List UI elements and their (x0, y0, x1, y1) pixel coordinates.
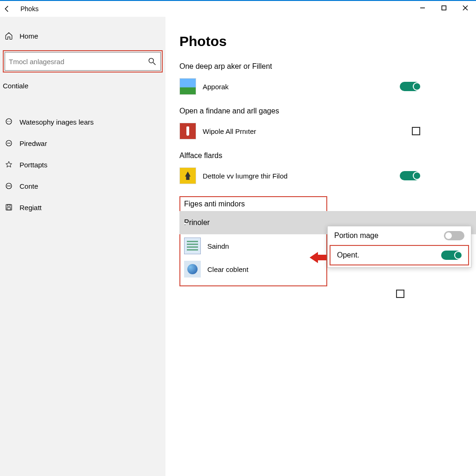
sidebar-item-label: Watesophy inages lears (20, 118, 94, 126)
close-button[interactable] (455, 1, 476, 15)
app-row-clear-coblent[interactable]: Clear coblent (184, 258, 325, 281)
home-icon (4, 31, 14, 41)
figes-highlight-box: Figes anti mindors Prinoler Saindn Clear… (179, 196, 327, 286)
sidebar-home-label: Home (20, 32, 38, 40)
toggle-opent[interactable] (441, 251, 462, 260)
app-label: Dettole vv lıumgre thir Filod (203, 172, 476, 180)
svg-line-5 (153, 63, 156, 65)
callout-arrow-icon (310, 251, 326, 264)
sidebar: Home Contiale Watesophy inages lears (0, 17, 165, 476)
target-icon (4, 181, 14, 191)
page-title: Photos (179, 33, 476, 49)
svg-rect-1 (442, 6, 446, 10)
sidebar-item-regiatt[interactable]: Regiatt (0, 197, 165, 218)
svg-point-7 (7, 121, 8, 122)
toggle-dettole[interactable] (400, 171, 420, 180)
checkbox-wipole[interactable] (412, 127, 420, 135)
app-thumbnail (184, 238, 201, 254)
app-thumbnail (184, 261, 201, 278)
app-row-saindn[interactable]: Saindn (184, 234, 325, 258)
svg-point-8 (8, 121, 9, 122)
app-thumbnail (179, 167, 196, 184)
svg-point-9 (10, 121, 11, 122)
svg-marker-17 (310, 252, 326, 263)
search-icon[interactable] (147, 57, 157, 66)
sidebar-item-porttapts[interactable]: Porttapts (0, 154, 165, 175)
section-title: Alfface flards (179, 152, 476, 160)
section-title: Figes anti mindors (184, 200, 325, 208)
star-icon (4, 159, 14, 170)
search-highlight-box (3, 50, 163, 73)
sidebar-item-label: Piredwar (20, 139, 47, 147)
search-input[interactable] (9, 58, 147, 66)
minus-circle-icon (4, 138, 14, 148)
app-row-apporak[interactable]: Apporak (179, 75, 476, 98)
sidebar-item-label: Conte (20, 182, 38, 190)
context-popup: Portion mage Opent. (327, 226, 471, 268)
app-label: Saindn (207, 242, 229, 250)
section-title: Open a findane and arll gages (179, 107, 476, 115)
app-label: Wipole All Prnıter (203, 127, 476, 135)
toggle-portion-mage[interactable] (444, 231, 464, 240)
save-icon (4, 202, 14, 212)
popup-row-opent[interactable]: Opent. (330, 245, 469, 265)
back-button[interactable] (3, 5, 16, 13)
app-label: Prinoler (184, 218, 210, 227)
checkbox-clear-coblent[interactable] (396, 290, 404, 298)
sidebar-item-watesophy[interactable]: Watesophy inages lears (0, 111, 165, 132)
maximize-button[interactable] (433, 1, 455, 15)
sidebar-item-label: Regiatt (20, 204, 42, 212)
svg-rect-16 (7, 208, 11, 210)
sidebar-item-conte[interactable]: Conte (0, 175, 165, 197)
app-thumbnail (179, 123, 196, 139)
sidebar-item-label: Porttapts (20, 161, 47, 169)
app-title: Phoks (20, 5, 39, 13)
minimize-button[interactable] (412, 1, 433, 15)
app-row-wipole[interactable]: Wipole All Prnıter (179, 120, 476, 142)
section-title: One deep arp aker or Fillent (179, 62, 476, 71)
app-label: Apporak (203, 83, 476, 91)
app-row-dettole[interactable]: Dettole vv lıumgre thir Filod (179, 165, 476, 187)
sidebar-item-piredwar[interactable]: Piredwar (0, 132, 165, 154)
sidebar-contiale[interactable]: Contiale (0, 77, 165, 93)
popup-label: Portion mage (334, 231, 378, 240)
toggle-apporak[interactable] (400, 82, 420, 91)
search-box[interactable] (5, 52, 161, 71)
svg-point-4 (149, 58, 153, 63)
popup-label: Opent. (337, 251, 359, 259)
app-thumbnail (179, 78, 196, 95)
popup-row-portion[interactable]: Portion mage (328, 226, 471, 245)
app-label: Clear coblent (207, 265, 248, 273)
sidebar-home[interactable]: Home (0, 25, 165, 46)
chat-icon (4, 117, 14, 127)
